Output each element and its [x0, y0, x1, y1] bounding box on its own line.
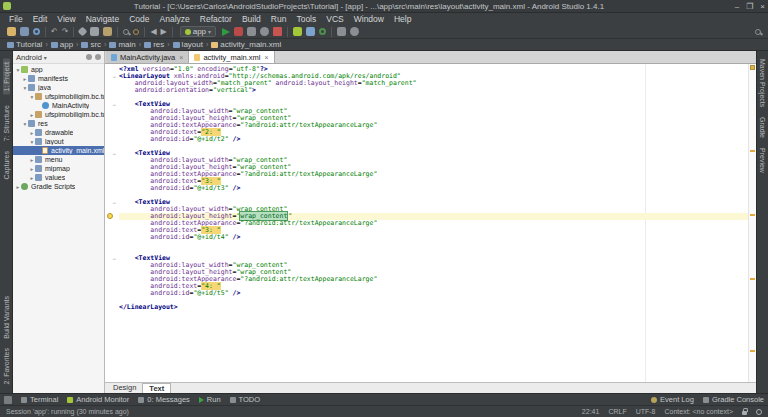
run-configuration-selector[interactable]: app▾	[180, 26, 216, 37]
gutter-cell[interactable]: −	[105, 255, 119, 262]
tree-item-drawable[interactable]: ▸drawable	[13, 128, 104, 137]
settings-gear-icon[interactable]	[86, 54, 92, 60]
gutter-cell[interactable]	[105, 248, 119, 255]
gutter-cell[interactable]	[105, 262, 119, 269]
cut-icon[interactable]	[78, 27, 88, 37]
sync-icon[interactable]	[33, 28, 40, 35]
gutter-cell[interactable]: −	[105, 101, 119, 108]
menu-item-window[interactable]: Window	[349, 13, 389, 25]
gutter-cell[interactable]	[105, 157, 119, 164]
gutter-cell[interactable]	[105, 129, 119, 136]
gutter-cell[interactable]	[105, 192, 119, 199]
maximize-button[interactable]: ❐	[746, 2, 753, 11]
tool-tab-captures[interactable]: Captures	[3, 151, 10, 179]
gutter-cell[interactable]: −	[105, 150, 119, 157]
tree-item-mainactivity[interactable]: MainActivity	[13, 101, 104, 110]
code-line[interactable]: android:id="@+id/t4" />	[105, 234, 748, 241]
code-line[interactable]: android:orientation="vertical">	[105, 87, 748, 94]
attach-debugger-icon[interactable]	[260, 27, 269, 36]
gutter-cell[interactable]	[105, 234, 119, 241]
gutter-cell[interactable]	[105, 241, 119, 248]
gutter-cell[interactable]	[105, 206, 119, 213]
tree-item-layout[interactable]: ▾layout	[13, 137, 104, 146]
tree-item-mipmap[interactable]: ▸mipmap	[13, 164, 104, 173]
tool-window-button-android-monitor[interactable]: Android Monitor	[67, 395, 129, 404]
menu-item-navigate[interactable]: Navigate	[81, 13, 125, 25]
menu-item-refactor[interactable]: Refactor	[195, 13, 237, 25]
project-structure-icon[interactable]	[337, 27, 346, 36]
gutter-cell[interactable]: −	[105, 73, 119, 80]
tool-tab-build-variants[interactable]: Build Variants	[3, 296, 10, 339]
coverage-icon[interactable]	[247, 27, 256, 36]
menu-item-code[interactable]: Code	[124, 13, 154, 25]
find-icon[interactable]	[123, 29, 129, 35]
tool-tab-1-project[interactable]: 1: Project	[3, 59, 10, 95]
minimize-button[interactable]: –	[735, 2, 739, 11]
close-tab-icon[interactable]: ×	[265, 54, 269, 61]
menu-item-tools[interactable]: Tools	[291, 13, 321, 25]
caret-position-widget[interactable]: 22:41	[582, 408, 600, 415]
project-view-selector[interactable]: Android	[16, 53, 42, 62]
tree-item-gradle-scripts[interactable]: ▸Gradle Scripts	[13, 182, 104, 191]
gutter-cell[interactable]	[105, 115, 119, 122]
menu-item-run[interactable]: Run	[266, 13, 292, 25]
tab-text[interactable]: Text	[142, 383, 171, 393]
breadcrumb-item-tutorial[interactable]: Tutorial	[6, 40, 43, 49]
gutter-cell[interactable]	[105, 227, 119, 234]
highlighting-level-icon[interactable]	[756, 409, 762, 415]
inspection-status-icon[interactable]	[750, 65, 755, 70]
open-icon[interactable]	[7, 27, 16, 36]
warning-stripe-mark[interactable]	[750, 350, 755, 352]
code-line[interactable]	[105, 143, 748, 150]
gutter-cell[interactable]	[105, 304, 119, 311]
collapse-all-icon[interactable]	[95, 54, 101, 60]
code-editor[interactable]: <?xml version="1.0" encoding="utf-8"?>−<…	[105, 64, 756, 382]
code-line[interactable]: android:id="@+id/t3" />	[105, 185, 748, 192]
code-line[interactable]	[105, 192, 748, 199]
tree-item-manifests[interactable]: ▸manifests	[13, 74, 104, 83]
code-area[interactable]: <?xml version="1.0" encoding="utf-8"?>−<…	[105, 66, 748, 382]
tool-tab-gradle[interactable]: Gradle	[759, 117, 766, 138]
code-line[interactable]: </LinearLayout>	[105, 304, 748, 311]
code-line[interactable]	[105, 248, 748, 255]
gutter-cell[interactable]	[105, 220, 119, 227]
editor-tab-activity-main-xml[interactable]: activity_main.xml×	[189, 51, 274, 63]
gutter-cell[interactable]	[105, 66, 119, 73]
gutter-cell[interactable]	[105, 185, 119, 192]
copy-icon[interactable]	[90, 27, 99, 36]
tool-window-switcher-icon[interactable]	[4, 396, 12, 404]
tree-item-res[interactable]: ▾res	[13, 119, 104, 128]
tool-window-button-terminal[interactable]: Terminal	[21, 395, 58, 404]
tool-window-button-run[interactable]: Run	[199, 395, 221, 404]
menu-item-help[interactable]: Help	[389, 13, 416, 25]
gutter-cell[interactable]	[105, 108, 119, 115]
tool-window-button-todo[interactable]: TODO	[230, 395, 261, 404]
gutter-cell[interactable]	[105, 297, 119, 304]
error-stripe[interactable]	[748, 64, 756, 382]
gutter-cell[interactable]	[105, 87, 119, 94]
breadcrumb-item-layout[interactable]: layout	[172, 40, 204, 49]
breadcrumb-item-app[interactable]: app	[50, 40, 74, 49]
tree-item-values[interactable]: ▸values	[13, 173, 104, 182]
tool-tab-7-structure[interactable]: 7: Structure	[3, 105, 10, 141]
code-line[interactable]	[105, 241, 748, 248]
gutter-cell[interactable]	[105, 136, 119, 143]
intention-bulb-icon[interactable]	[107, 213, 113, 219]
close-button[interactable]: ×	[760, 2, 765, 11]
sdk-manager-icon[interactable]	[306, 27, 315, 36]
menu-item-vcs[interactable]: VCS	[321, 13, 348, 25]
gradle-sync-icon[interactable]	[319, 28, 326, 35]
warning-stripe-mark[interactable]	[750, 150, 755, 152]
stop-icon[interactable]	[273, 27, 282, 36]
gutter-cell[interactable]	[105, 213, 119, 220]
gutter-cell[interactable]	[105, 283, 119, 290]
avd-manager-icon[interactable]	[293, 27, 302, 36]
back-icon[interactable]: ◀	[150, 27, 156, 37]
tree-item-activity-main-xml[interactable]: activity_main.xml	[13, 146, 104, 155]
menu-item-file[interactable]: File	[4, 13, 28, 25]
breadcrumb-item-activity-main-xml[interactable]: activity_main.xml	[210, 40, 282, 49]
tree-item-menu[interactable]: ▸menu	[13, 155, 104, 164]
readonly-lock-icon[interactable]	[742, 411, 747, 415]
menu-item-build[interactable]: Build	[237, 13, 266, 25]
breadcrumb-item-main[interactable]: main	[108, 40, 136, 49]
